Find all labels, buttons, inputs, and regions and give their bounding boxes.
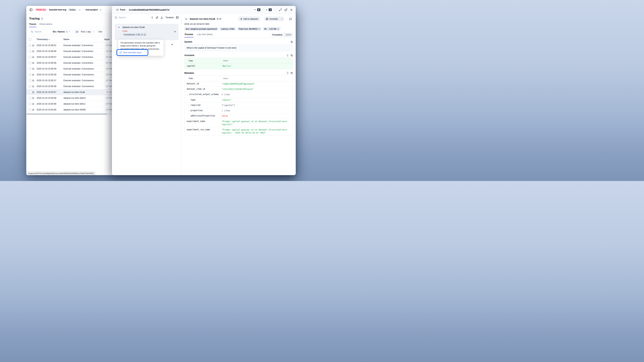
add-to-datasets-button[interactable]: Add to datasets	[238, 16, 260, 21]
table-row[interactable]: 2025-10-16 15:55:37 Execute evaluator: C…	[26, 78, 112, 83]
collapse-all-button[interactable]	[151, 16, 154, 19]
row-input-preview[interactable]: [{"cor	[104, 108, 112, 111]
tree-settings-button[interactable]	[156, 16, 158, 19]
star-icon[interactable]	[32, 103, 34, 105]
tree-search-input[interactable]: Search	[115, 16, 149, 19]
table-row[interactable]: 2025-10-16 15:55:38 Execute evaluator: C…	[26, 72, 112, 78]
row-input-preview[interactable]: [{"cor	[104, 55, 112, 59]
row-input-preview[interactable]: [{"cor	[104, 102, 112, 106]
env-filter[interactable]: Env	[97, 29, 109, 34]
expand-section-button[interactable]	[286, 72, 289, 74]
collapse-panel-button[interactable]	[176, 16, 179, 19]
project-name[interactable]: test-project	[86, 8, 98, 11]
timeline-toggle[interactable]: Timeline	[165, 16, 174, 19]
kv-path-text: experiment_name	[187, 120, 205, 122]
format-json[interactable]: JSON	[284, 33, 292, 36]
kv-value-text: "cmg81vm6m001bad07gpuoapu5"	[222, 82, 290, 85]
section-title-assistant: Assistant	[184, 54, 194, 56]
comments-button[interactable]	[288, 16, 293, 21]
copy-button[interactable]	[290, 54, 293, 56]
row-input-preview[interactable]: [{"cor	[104, 78, 112, 82]
column-header-input[interactable]: Input	[103, 36, 112, 42]
org-name[interactable]: hassieb-test-org	[49, 8, 66, 11]
view-execution-trace-link[interactable]: View execution trace	[120, 51, 142, 54]
row-expand-chevron[interactable]: ›	[188, 109, 190, 112]
metric-badge: Latency: 0.94s	[220, 27, 236, 31]
table-row[interactable]: 2025-10-16 15:55:39 Execute evaluator: C…	[26, 66, 112, 72]
horizontal-scrollbar[interactable]	[26, 113, 112, 115]
row-timestamp: 2025-10-16 15:55:57	[36, 54, 62, 60]
table-row[interactable]: 2025-10-16 15:54:56 dataset-run-item-3b4…	[26, 101, 112, 107]
table-row[interactable]: 2025-10-16 15:55:56 Execute evaluator: C…	[26, 60, 112, 66]
org-switcher[interactable]	[79, 9, 81, 11]
row-input-preview[interactable]: [{"cor	[104, 67, 112, 70]
external-link-icon	[120, 51, 122, 53]
row-expand-chevron[interactable]: ⌄	[187, 93, 188, 95]
star-icon[interactable]	[32, 91, 34, 93]
tab-traces[interactable]: Traces	[29, 23, 36, 27]
column-header-timestamp[interactable]: Timestamp▼	[36, 36, 62, 42]
copy-button[interactable]	[290, 41, 293, 43]
star-icon[interactable]	[32, 56, 34, 58]
sidebar-toggle-button[interactable]	[29, 8, 33, 12]
tab-preview[interactable]: Preview	[184, 33, 194, 37]
link-preview-statusbar: m1geuvsr027w7nuhw8g69xtb/traces/0de90982…	[26, 171, 96, 175]
row-name: Execute evaluator: Conciseness	[62, 83, 103, 89]
next-trace-button[interactable]: J	[264, 7, 274, 12]
node-collapse-chevron[interactable]	[174, 30, 176, 33]
row-expand-chevron[interactable]: ›	[188, 104, 190, 106]
expand-button[interactable]	[278, 8, 282, 12]
star-icon[interactable]	[32, 67, 34, 70]
row-input-preview[interactable]: [{"cor	[104, 84, 112, 88]
row-input-preview[interactable]: [{"cor	[104, 96, 112, 100]
table-row[interactable]: 2025-10-16 15:56:01 Execute evaluator: C…	[26, 42, 112, 48]
trace-tree-node-selected[interactable]: dataset-run-item-f11a6 0.94s Conciseness…	[115, 24, 179, 40]
row-input-preview[interactable]: [{"cor	[104, 49, 112, 53]
score-badge[interactable]: Conciseness: 1.00 {}	[122, 33, 147, 36]
row-input-preview[interactable]: [{"cor	[104, 90, 112, 94]
copy-id-button[interactable]: ID	[216, 18, 221, 20]
table-row[interactable]: 2025-10-16 15:54:56 dataset-run-item-4de…	[26, 95, 112, 101]
star-icon[interactable]	[32, 44, 34, 47]
annotate-button[interactable]: Annotate	[264, 16, 280, 21]
star-icon[interactable]	[32, 108, 34, 111]
info-icon[interactable]	[277, 28, 279, 30]
star-icon[interactable]	[32, 50, 34, 52]
search-scope-dropdown[interactable]: IDs / Names	[53, 30, 70, 33]
download-button[interactable]	[160, 16, 163, 19]
star-icon[interactable]	[32, 73, 34, 76]
info-icon[interactable]	[258, 28, 260, 30]
annotate-dropdown-button[interactable]	[280, 16, 284, 21]
copy-button[interactable]	[290, 72, 293, 74]
search-input[interactable]: Search... IDs / Names	[29, 29, 72, 34]
table-row[interactable]: 2025-10-16 15:54:57 dataset-run-item-f11…	[26, 89, 112, 95]
expand-section-button[interactable]	[286, 54, 289, 56]
star-icon[interactable]	[32, 97, 34, 99]
table-row[interactable]: 2025-10-16 15:55:58 Execute evaluator: C…	[26, 48, 112, 54]
star-icon[interactable]	[32, 85, 34, 88]
table-row[interactable]: 2025-10-16 15:54:55 dataset-run-item-408…	[26, 107, 112, 113]
tree-item-collapse-chevron[interactable]	[171, 43, 173, 45]
tab-log-view[interactable]: Log View (Beta)	[196, 33, 213, 37]
info-icon[interactable]	[41, 17, 43, 20]
format-formatted[interactable]: Formatted	[271, 33, 284, 36]
open-in-new-tab-button[interactable]	[284, 8, 288, 12]
row-input-preview[interactable]: [{"cor	[104, 72, 112, 76]
close-button[interactable]	[290, 8, 293, 12]
scrollbar-thumb[interactable]	[26, 113, 107, 115]
column-header-name[interactable]: Name	[62, 36, 103, 42]
shortcut-key-j: J	[268, 8, 272, 11]
table-row[interactable]: 2025-10-16 15:55:57 Execute evaluator: C…	[26, 54, 112, 60]
time-range-filter[interactable]: 1d Past 1 day	[74, 29, 96, 34]
kv-row: ›properties 1 items	[184, 108, 293, 113]
time-range-label: Past 1 day	[81, 30, 91, 33]
annotate-pen-icon	[266, 18, 268, 20]
project-switcher[interactable]	[100, 9, 102, 11]
star-icon[interactable]	[32, 62, 34, 64]
prev-trace-button[interactable]: K	[252, 7, 262, 12]
row-input-preview[interactable]: [{"cor	[104, 43, 112, 47]
row-input-preview[interactable]: [{"cor	[104, 61, 112, 65]
star-icon[interactable]	[32, 79, 34, 82]
tab-observations[interactable]: Observations	[40, 23, 52, 27]
table-row[interactable]: 2025-10-16 15:55:36 Execute evaluator: C…	[26, 83, 112, 89]
